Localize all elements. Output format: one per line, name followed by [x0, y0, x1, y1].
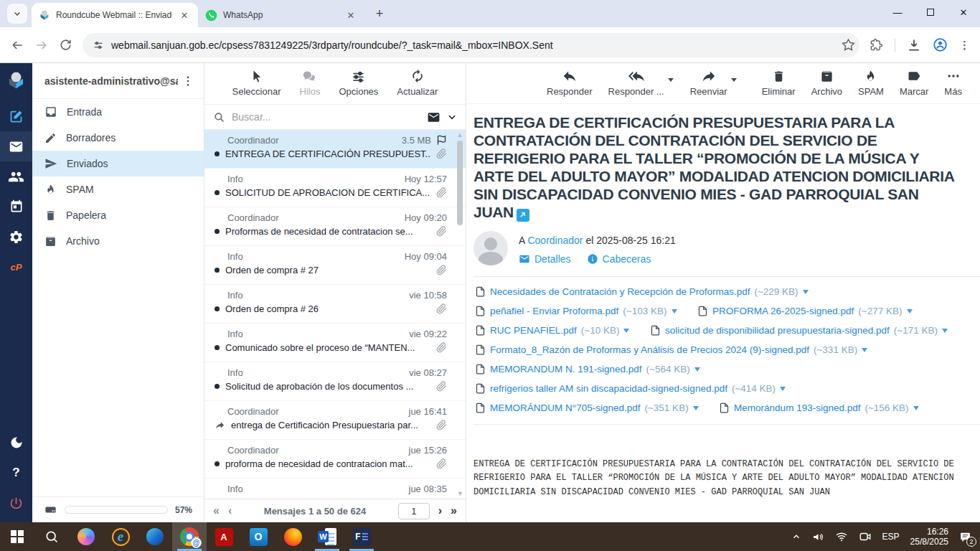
taskbar-chrome-button[interactable]: @ — [172, 522, 207, 551]
sidebar-item-enviados[interactable]: Enviados — [32, 151, 204, 176]
message-list-item[interactable]: Coordinador jue 16:41 entrega de Certifi… — [204, 401, 466, 440]
window-minimize-button[interactable]: — — [881, 7, 914, 18]
attachment-menu-caret-icon[interactable] — [907, 309, 913, 316]
attachment[interactable]: peñafiel - Enviar Proforma.pdf (~103 KB) — [475, 306, 677, 316]
forward-button[interactable]: Reenviar — [690, 68, 727, 103]
reply-all-menu-caret-icon[interactable] — [668, 78, 674, 85]
recipient-link[interactable]: Coordinador — [527, 235, 583, 246]
sidebar-item-entrada[interactable]: Entrada — [32, 99, 204, 125]
attachment-menu-caret-icon[interactable] — [942, 329, 948, 336]
attachment-menu-caret-icon[interactable] — [913, 406, 919, 413]
attachment-name[interactable]: Memorándum 193-signed.pdf — [734, 402, 860, 413]
spam-button[interactable]: SPAM — [858, 68, 884, 103]
taskbar-acrobat-button[interactable]: A — [207, 522, 241, 551]
reply-button[interactable]: Responder — [547, 68, 593, 103]
window-close-button[interactable]: ✕ — [947, 7, 980, 18]
tab-roundcube[interactable]: Roundcube Webmail :: Enviados ✕ — [32, 3, 198, 27]
attachment-menu-caret-icon[interactable] — [694, 367, 700, 375]
search-options-chevron-icon[interactable] — [447, 112, 457, 122]
attachment-name[interactable]: refrigerios taller AM sin discapacidad-s… — [490, 383, 727, 394]
extensions-icon[interactable] — [870, 38, 883, 52]
language-indicator[interactable]: ESP — [882, 532, 900, 542]
attachment-name[interactable]: Necesidades de Contratación y Recepción … — [490, 286, 750, 297]
list-scrollbar[interactable]: ▲ — [456, 131, 463, 225]
attachment-name[interactable]: PROFORMA 26-2025-signed.pdf — [712, 306, 854, 316]
open-in-new-window-icon[interactable] — [517, 209, 529, 222]
rail-calendar-button[interactable] — [0, 192, 32, 222]
downloads-icon[interactable] — [907, 38, 921, 52]
reload-icon[interactable] — [59, 38, 72, 52]
tab-close-icon[interactable]: ✕ — [344, 9, 357, 22]
options-button[interactable]: Opciones — [339, 68, 378, 104]
refresh-button[interactable]: Actualizar — [397, 68, 438, 104]
attachment[interactable]: RUC PENAFIEL.pdf (~10 KB) — [475, 325, 629, 336]
notifications-button[interactable]: 2 — [959, 531, 971, 543]
attachment-name[interactable]: MEMORÁNDUM N°705-signed.pdf — [490, 402, 640, 413]
attachment-name[interactable]: Formato_8_Razón de Proformas y Análisis … — [490, 344, 809, 355]
sidebar-item-spam[interactable]: SPAM — [32, 176, 204, 202]
mark-button[interactable]: Marcar — [900, 68, 928, 103]
attachment[interactable]: PROFORMA 26-2025-signed.pdf (~277 KB) — [697, 306, 913, 316]
last-page-button[interactable]: » — [451, 504, 457, 517]
threads-button[interactable]: Hilos — [300, 68, 321, 104]
next-page-button[interactable]: › — [438, 504, 442, 517]
message-list-item[interactable]: Info vie 10:58 Orden de compra # 26 — [204, 285, 466, 324]
message-list-item[interactable]: Info Hoy 12:57 SOLICITUD DE APROBACION D… — [204, 169, 466, 207]
flag-icon[interactable] — [436, 135, 447, 146]
meet-now-icon[interactable] — [859, 530, 872, 543]
attachment[interactable]: solicitud de disponibilidad presupuestar… — [650, 325, 948, 336]
clock[interactable]: 16:2625/8/2025 — [910, 527, 948, 547]
taskbar-firefox-button[interactable] — [275, 522, 310, 551]
scrollbar-thumb[interactable] — [457, 141, 463, 225]
profile-icon[interactable] — [933, 37, 948, 52]
prev-page-button[interactable]: ‹ — [228, 504, 232, 517]
back-icon[interactable] — [10, 38, 24, 52]
address-bar[interactable]: webmail.sanjuan.gob.ec/cpsess7831249225/… — [83, 33, 859, 57]
first-page-button[interactable]: « — [213, 504, 220, 517]
volume-icon[interactable] — [812, 531, 824, 543]
rail-cpanel-button[interactable]: cP — [0, 252, 32, 282]
tab-close-icon[interactable]: ✕ — [178, 9, 191, 22]
message-list-item[interactable]: Info vie 09:22 Comunicado sobre el proce… — [204, 324, 466, 362]
forward-menu-caret-icon[interactable] — [731, 78, 737, 85]
start-button[interactable] — [0, 522, 34, 551]
message-list-item[interactable]: Coordinador Hoy 09:20 Proformas de neces… — [204, 207, 466, 246]
attachment-name[interactable]: solicitud de disponibilidad presupuestar… — [665, 325, 890, 336]
attachment[interactable]: refrigerios taller AM sin discapacidad-s… — [475, 383, 786, 394]
attachment-menu-caret-icon[interactable] — [693, 406, 699, 413]
message-list-item[interactable]: Info jue 08:35 — [204, 479, 466, 499]
headers-toggle[interactable]: Cabeceras — [587, 253, 651, 265]
attachment-menu-caret-icon[interactable] — [672, 309, 677, 316]
taskbar-firmaec-button[interactable]: F — [344, 522, 379, 551]
attachment-name[interactable]: RUC PENAFIEL.pdf — [490, 325, 577, 336]
rail-darkmode-button[interactable] — [0, 428, 32, 458]
account-menu-icon[interactable]: ⋮ — [178, 74, 198, 88]
attachment-menu-caret-icon[interactable] — [862, 348, 867, 355]
rail-compose-button[interactable] — [0, 101, 32, 131]
tray-expand-chevron-icon[interactable] — [791, 532, 801, 542]
window-maximize-button[interactable] — [914, 7, 947, 18]
search-scope-mail-icon[interactable] — [427, 110, 440, 124]
tab-search-button[interactable] — [7, 4, 27, 24]
rail-mail-button[interactable] — [0, 131, 32, 161]
attachment[interactable]: Necesidades de Contratación y Recepción … — [475, 286, 809, 297]
message-list-item[interactable]: Coordinador jue 15:26 proforma de necesi… — [204, 440, 466, 479]
forward-icon[interactable] — [34, 38, 49, 52]
wifi-icon[interactable] — [835, 530, 848, 543]
tab-whatsapp[interactable]: WhatsApp ✕ — [198, 3, 364, 27]
message-list-item[interactable]: Info Hoy 09:04 Orden de compra # 27 — [204, 246, 466, 285]
bookmark-star-icon[interactable] — [842, 38, 855, 52]
select-button[interactable]: Seleccionar — [232, 68, 281, 104]
more-button[interactable]: Más — [944, 68, 962, 103]
attachment-menu-caret-icon[interactable] — [623, 329, 629, 336]
sidebar-item-papelera[interactable]: Papelera — [32, 202, 204, 228]
attachment-name[interactable]: peñafiel - Enviar Proforma.pdf — [490, 306, 618, 316]
page-number-input[interactable]: 1 — [398, 503, 430, 519]
delete-button[interactable]: Eliminar — [762, 68, 796, 103]
taskbar-internet-explorer-button[interactable]: e — [103, 522, 138, 551]
attachment[interactable]: Formato_8_Razón de Proformas y Análisis … — [475, 344, 867, 355]
scroll-down-arrow-icon[interactable]: ▼ — [457, 490, 463, 497]
sidebar-item-borradores[interactable]: Borradores — [32, 125, 204, 151]
attachment-name[interactable]: MEMORANDUM N. 191-signed.pdf — [490, 364, 642, 375]
rail-help-button[interactable]: ? — [0, 458, 32, 488]
